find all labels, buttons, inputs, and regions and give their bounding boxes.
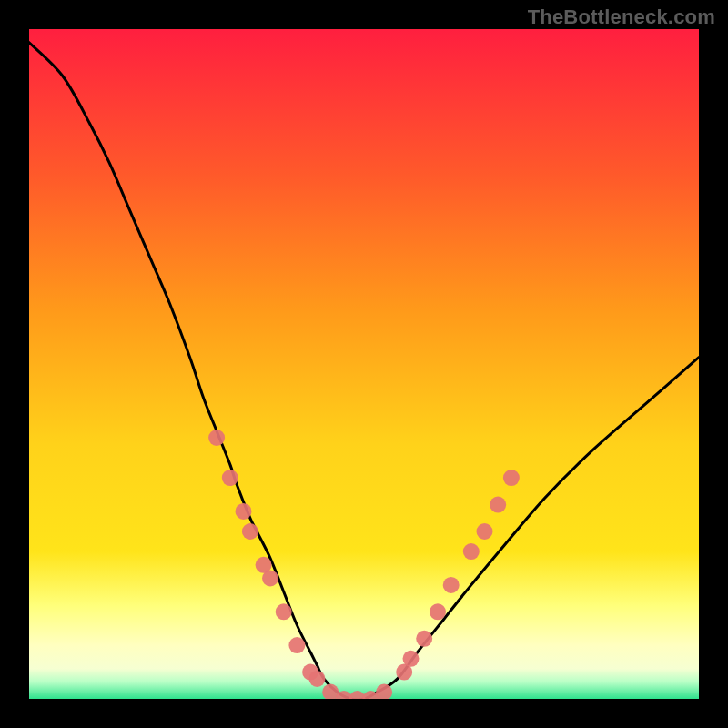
gpu-marker bbox=[416, 631, 432, 647]
gpu-marker bbox=[288, 637, 305, 653]
chart-svg bbox=[29, 29, 699, 699]
gpu-marker bbox=[242, 523, 258, 540]
gpu-marker bbox=[403, 651, 420, 667]
gpu-marker bbox=[477, 523, 493, 540]
chart-frame: TheBottleneck.com bbox=[0, 0, 728, 728]
gpu-marker bbox=[503, 470, 520, 486]
plot-area bbox=[29, 29, 699, 699]
gpu-marker bbox=[309, 671, 326, 687]
gpu-marker bbox=[490, 497, 506, 513]
gpu-marker bbox=[262, 571, 278, 587]
gpu-marker bbox=[430, 603, 446, 620]
watermark-text: TheBottleneck.com bbox=[528, 5, 715, 29]
gpu-marker bbox=[236, 503, 252, 520]
gpu-marker bbox=[276, 603, 292, 620]
gpu-marker bbox=[208, 430, 225, 446]
gpu-marker bbox=[463, 543, 480, 560]
gpu-marker bbox=[222, 470, 238, 486]
gradient-background bbox=[29, 29, 699, 699]
gpu-marker bbox=[443, 577, 460, 593]
